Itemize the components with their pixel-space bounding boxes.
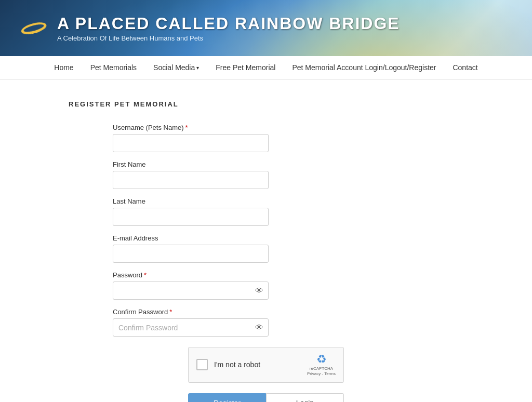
nav-pet-memorial-account[interactable]: Pet Memorial Account Login/Logout/Regist… [284, 56, 444, 79]
required-indicator: * [185, 124, 188, 131]
confirm-password-group: Confirm Password* 👁 [113, 308, 269, 337]
last-name-input[interactable] [113, 208, 269, 226]
login-button[interactable]: Login [266, 393, 344, 402]
confirm-password-wrapper: 👁 [113, 318, 269, 337]
halo-icon [21, 20, 48, 36]
confirm-password-label: Confirm Password* [113, 308, 269, 316]
nav-free-pet-memorial[interactable]: Free Pet Memorial [207, 56, 284, 79]
first-name-group: First Name [113, 160, 269, 189]
confirm-password-input[interactable] [113, 318, 269, 337]
password-toggle-icon[interactable]: 👁 [255, 286, 263, 296]
email-group: E-mail Address [113, 234, 269, 263]
password-wrapper: 👁 [113, 282, 269, 300]
captcha-checkbox[interactable] [196, 359, 208, 370]
captcha-right: ♻ reCAPTCHA Privacy - Terms [307, 353, 336, 377]
required-indicator: * [144, 271, 147, 279]
captcha-left: I'm not a robot [196, 359, 260, 370]
main-nav: Home Pet Memorials Social Media Free Pet… [0, 56, 532, 79]
username-input[interactable] [113, 134, 269, 152]
form-buttons: Register Login [188, 393, 344, 402]
required-indicator: * [169, 308, 172, 316]
site-header: A PLACED CALLED RAINBOW BRIDGE A Celebra… [0, 0, 532, 56]
site-subtitle: A Celebration Of Life Between Humans and… [57, 34, 400, 42]
first-name-input[interactable] [113, 171, 269, 189]
username-group: Username (Pets Name)* [113, 124, 269, 152]
email-input[interactable] [113, 245, 269, 263]
password-label: Password* [113, 271, 269, 279]
last-name-group: Last Name [113, 197, 269, 226]
captcha-brand: reCAPTCHA Privacy - Terms [307, 366, 336, 377]
register-form: Username (Pets Name)* First Name Last Na… [113, 124, 269, 337]
main-content: REGISTER PET MEMORIAL Username (Pets Nam… [58, 79, 474, 402]
username-label: Username (Pets Name)* [113, 124, 269, 131]
first-name-label: First Name [113, 160, 269, 168]
confirm-password-toggle-icon[interactable]: 👁 [255, 323, 263, 332]
recaptcha-logo: ♻ [316, 353, 327, 366]
nav-contact[interactable]: Contact [444, 56, 486, 79]
nav-social-media[interactable]: Social Media [145, 56, 207, 79]
register-button[interactable]: Register [188, 393, 266, 402]
password-group: Password* 👁 [113, 271, 269, 300]
nav-home[interactable]: Home [46, 56, 82, 79]
site-title: A PLACED CALLED RAINBOW BRIDGE [57, 14, 400, 33]
header-text: A PLACED CALLED RAINBOW BRIDGE A Celebra… [57, 14, 400, 42]
password-input[interactable] [113, 282, 269, 300]
email-label: E-mail Address [113, 234, 269, 242]
last-name-label: Last Name [113, 197, 269, 205]
captcha-label: I'm not a robot [214, 360, 260, 369]
captcha-box: I'm not a robot ♻ reCAPTCHA Privacy - Te… [188, 347, 344, 383]
form-title: REGISTER PET MEMORIAL [69, 100, 463, 108]
nav-pet-memorials[interactable]: Pet Memorials [82, 56, 145, 79]
